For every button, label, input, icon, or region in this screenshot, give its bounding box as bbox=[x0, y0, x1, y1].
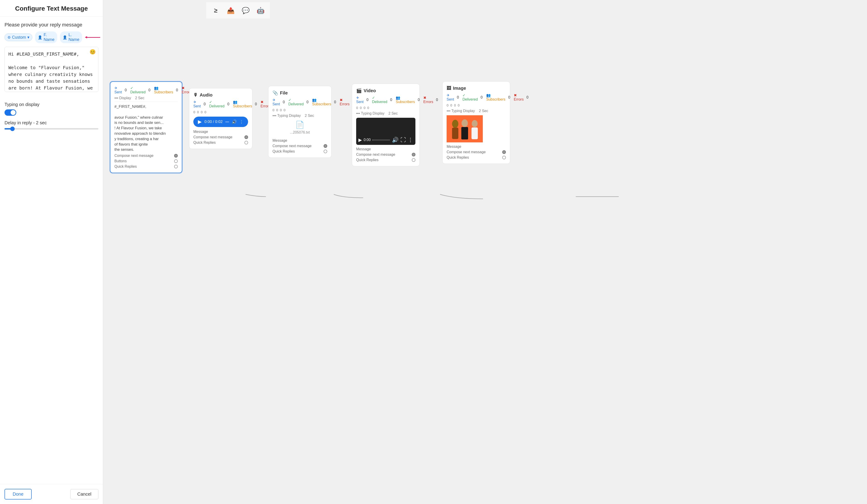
file-display: 📄 ...205076.txt bbox=[272, 118, 327, 137]
video-title: 🎬 Video bbox=[356, 88, 415, 94]
file-quick-replies-dot[interactable] bbox=[324, 150, 327, 153]
cancel-button[interactable]: Cancel bbox=[70, 489, 98, 499]
audio-quick-replies-connector: Quick Replies bbox=[193, 141, 248, 145]
audio-player[interactable]: ▶ 0:00 / 0:02 🔊 ⋮ bbox=[193, 117, 248, 127]
stat-subscribers: 👥 Subscribers 0 bbox=[154, 86, 178, 94]
text-buttons-connector: Buttons bbox=[115, 159, 178, 163]
svg-rect-2 bbox=[452, 128, 458, 139]
audio-stats: ✈ Sent 0 ✓ Delivered 0 👥 Subscribers 0 ✖… bbox=[193, 100, 248, 108]
image-compose-dot[interactable] bbox=[502, 150, 506, 154]
message-textarea[interactable]: Hi #LEAD_USER_FIRST_NAME#, Welcome to "F… bbox=[4, 47, 98, 92]
toolbar-upload-icon[interactable]: 📤 bbox=[225, 4, 237, 16]
emoji-button[interactable]: 😊 bbox=[89, 49, 96, 55]
config-panel: Configure Text Message Please provide yo… bbox=[0, 0, 103, 504]
video-play-btn[interactable]: ▶ bbox=[358, 137, 362, 143]
image-message-connector: Message bbox=[447, 145, 506, 149]
svg-point-5 bbox=[472, 120, 478, 127]
video-compose-connector: Compose next message bbox=[356, 153, 415, 157]
delay-section: Delay in reply - 2 sec bbox=[4, 120, 98, 130]
video-flow-node[interactable]: 🎬 Video ✈ Sent 0 ✓ Delivered 0 👥 Subscri… bbox=[352, 84, 420, 166]
image-quick-replies-dot[interactable] bbox=[502, 156, 506, 159]
file-compose-connector: Compose next message bbox=[272, 144, 327, 148]
video-compose-dot[interactable] bbox=[412, 153, 415, 156]
file-quick-replies-connector: Quick Replies bbox=[272, 150, 327, 153]
connections-svg bbox=[103, 0, 867, 504]
video-more-icon[interactable]: ⋮ bbox=[408, 137, 413, 143]
text-compose-dot[interactable] bbox=[174, 154, 178, 157]
audio-title: 🎙 Audio bbox=[193, 92, 248, 98]
custom-chevron: ▾ bbox=[28, 35, 29, 40]
video-message-connector: Message bbox=[356, 147, 415, 151]
svg-rect-6 bbox=[471, 128, 478, 139]
toolbar-message-icon[interactable]: 💬 bbox=[240, 4, 251, 16]
audio-volume-icon[interactable]: 🔊 bbox=[232, 119, 237, 124]
video-stats: ✈ Sent 0 ✓ Delivered 0 👥 Subscribers 0 ✖… bbox=[356, 96, 415, 104]
svg-rect-4 bbox=[461, 127, 468, 140]
typing-label: Typing on display bbox=[4, 102, 98, 107]
image-compose-connector: Compose next message bbox=[447, 150, 506, 154]
text-quick-replies-dot[interactable] bbox=[174, 165, 178, 168]
config-body: Please provide your reply message ⚙ Cust… bbox=[0, 17, 103, 484]
custom-tag[interactable]: ⚙ Custom ▾ bbox=[4, 33, 32, 41]
arrow-indicator bbox=[85, 37, 100, 38]
toolbar-ge-icon[interactable]: ≥ bbox=[210, 4, 222, 16]
config-footer: Done Cancel bbox=[0, 484, 103, 504]
audio-more-icon[interactable]: ⋮ bbox=[239, 119, 244, 124]
toggle-section: Typing on display bbox=[4, 102, 98, 116]
text-node-stats: ✈ Sent 0 ✓ Delivered 0 👥 Subscribers 0 ✖… bbox=[115, 86, 178, 94]
file-compose-dot[interactable] bbox=[324, 144, 327, 148]
audio-wave bbox=[225, 122, 229, 122]
video-volume-icon[interactable]: 🔊 bbox=[392, 137, 399, 143]
audio-play-btn[interactable]: ▶ bbox=[198, 119, 202, 125]
video-typing-display: ••• Typing Display 2 Sec bbox=[356, 111, 415, 116]
image-typing-display: ••• Typing Display 2 Sec bbox=[447, 109, 506, 113]
typing-toggle[interactable] bbox=[4, 109, 16, 116]
video-quick-replies-connector: Quick Replies bbox=[356, 158, 415, 162]
file-typing-display: ••• Typing Display 2 Sec bbox=[272, 114, 327, 118]
audio-flow-node[interactable]: 🎙 Audio ✈ Sent 0 ✓ Delivered 0 👥 Subscri… bbox=[189, 88, 253, 149]
stat-delivered: ✓ Delivered 0 bbox=[130, 86, 150, 94]
fname-icon: 👤 bbox=[38, 35, 42, 40]
file-message-connector: Message bbox=[272, 139, 327, 143]
lname-tag[interactable]: 👤 L. Name bbox=[60, 31, 82, 43]
textarea-wrapper: Hi #LEAD_USER_FIRST_NAME#, Welcome to "F… bbox=[4, 47, 98, 97]
audio-message-connector: Message bbox=[193, 130, 248, 134]
file-flow-node[interactable]: 📎 File ✈ Sent 0 ✓ Delivered 0 👥 Subscrib… bbox=[268, 86, 332, 158]
fname-label: F. Name bbox=[44, 33, 54, 42]
image-quick-replies-connector: Quick Replies bbox=[447, 155, 506, 160]
video-time: 0:00 bbox=[364, 138, 371, 142]
video-quick-replies-dot[interactable] bbox=[412, 158, 415, 162]
video-fullscreen-icon[interactable]: ⛶ bbox=[400, 137, 406, 143]
lname-icon: 👤 bbox=[63, 35, 67, 40]
fname-tag[interactable]: 👤 F. Name bbox=[35, 31, 57, 43]
tag-row: ⚙ Custom ▾ 👤 F. Name 👤 L. Name bbox=[4, 31, 98, 43]
video-progress bbox=[373, 140, 390, 140]
delay-slider[interactable] bbox=[4, 128, 98, 130]
text-compose-connector: Compose next message bbox=[115, 154, 178, 158]
file-title: 📎 File bbox=[272, 90, 327, 96]
audio-compose-connector: Compose next message bbox=[193, 135, 248, 139]
image-flow-node[interactable]: 🖼 Image ✈ Sent 0 ✓ Delivered 0 👥 Subscri… bbox=[442, 81, 510, 164]
message-label: Please provide your reply message bbox=[4, 22, 98, 28]
audio-compose-dot[interactable] bbox=[245, 135, 248, 139]
image-title: 🖼 Image bbox=[447, 86, 506, 91]
toolbar: ≥ 📤 💬 🤖 bbox=[206, 2, 270, 19]
lname-label: L. Name bbox=[68, 33, 79, 42]
done-button[interactable]: Done bbox=[4, 489, 32, 500]
video-progress-fill bbox=[373, 140, 373, 140]
canvas-area: ≥ 📤 💬 🤖 ✈ Sent 0 ✓ Delivered 0 👥 Subscri… bbox=[103, 0, 867, 504]
file-icon: 📄 bbox=[275, 120, 324, 129]
text-body-preview: #_FIRST_NAME#, avour Fusion," where culi… bbox=[115, 101, 178, 152]
video-controls: ▶ 0:00 🔊 ⛶ ⋮ bbox=[358, 137, 413, 143]
video-thumbnail[interactable]: ▶ 0:00 🔊 ⛶ ⋮ bbox=[356, 118, 415, 145]
text-buttons-dot[interactable] bbox=[174, 159, 178, 163]
arrow-line bbox=[87, 37, 100, 38]
audio-quick-replies-dot[interactable] bbox=[245, 141, 248, 144]
stat-sent: ✈ Sent 0 bbox=[115, 86, 127, 94]
custom-label: Custom bbox=[12, 35, 26, 40]
file-stats: ✈ Sent 0 ✓ Delivered 0 👥 Subscribers 0 ✖… bbox=[272, 98, 327, 106]
text-flow-node[interactable]: ✈ Sent 0 ✓ Delivered 0 👥 Subscribers 0 ✖… bbox=[110, 81, 182, 173]
image-people-svg bbox=[447, 115, 483, 142]
image-stats: ✈ Sent 0 ✓ Delivered 0 👥 Subscribers 0 ✖… bbox=[447, 93, 506, 101]
toolbar-robot-icon[interactable]: 🤖 bbox=[255, 4, 266, 16]
